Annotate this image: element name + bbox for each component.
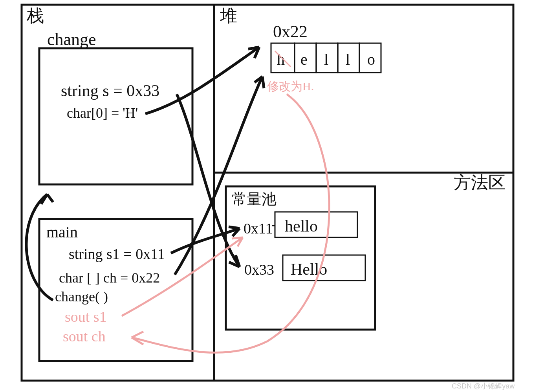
main-line3: change( ) [55,289,108,304]
main-line2: char [ ] ch = 0x22 [59,270,160,286]
change-line1: string s = 0x33 [61,82,159,100]
main-line5: sout ch [63,328,106,345]
constant-pool-label: 常量池 [232,191,277,207]
pool-addr-1: 0x33 [244,261,274,278]
heap-label: 堆 [220,6,237,26]
watermark: CSDN @小锦鲤yaw [452,382,515,390]
cell-3: l [346,51,350,68]
heap-array-note: 修改为H. [267,80,314,93]
main-line4: sout s1 [65,308,107,325]
stack-label: 栈 [26,6,44,26]
main-line1: string s1 = 0x11 [69,246,165,262]
heap-array-cells: h e l l o [271,43,381,73]
pool-value-0: hello [285,217,318,235]
main-frame-title: main [46,223,78,241]
memory-diagram: 栈 堆 方法区 change string s = 0x33 char[0] =… [0,0,533,392]
constant-pool-box [226,186,375,330]
arrow-change-call-head [41,194,53,204]
heap-array-address: 0x22 [273,22,308,41]
cell-4: o [367,51,375,68]
change-line2: char[0] = 'H' [67,105,138,121]
arrow-char0-to-heap [145,47,259,114]
cell-1: e [300,51,308,68]
pool-addr-0: 0x11 [244,220,273,237]
arrow-s-to-0x33 [177,94,240,267]
change-frame-title: change [47,30,96,49]
method-area-label: 方法区 [454,173,506,192]
cell-2: l [324,51,328,68]
